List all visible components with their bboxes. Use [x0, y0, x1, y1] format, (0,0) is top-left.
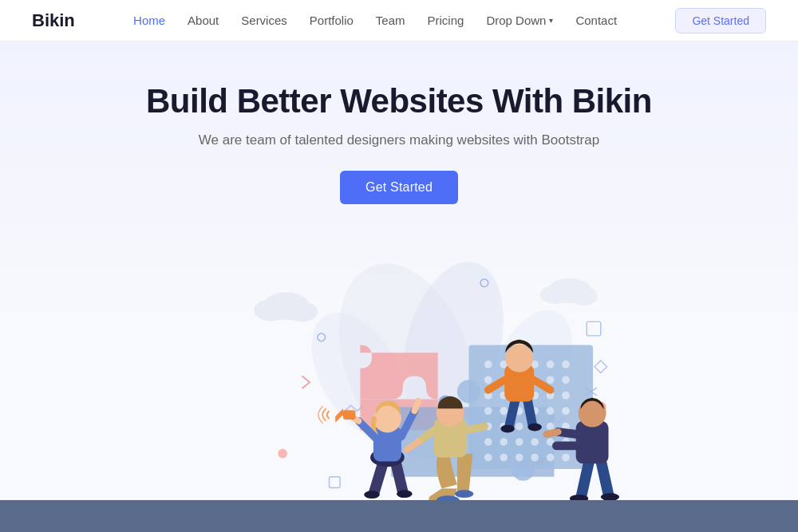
nav-services[interactable]: Services — [241, 14, 287, 27]
svg-line-86 — [527, 398, 532, 425]
svg-point-90 — [505, 345, 533, 372]
svg-point-55 — [516, 438, 523, 446]
svg-rect-97 — [576, 421, 609, 463]
hero-title: Build Better Websites With Bikin — [146, 81, 652, 121]
svg-rect-73 — [343, 410, 356, 420]
svg-point-54 — [500, 438, 508, 446]
nav-portfolio[interactable]: Portfolio — [310, 14, 354, 27]
svg-line-85 — [509, 400, 516, 427]
svg-rect-16 — [330, 477, 341, 488]
svg-point-5 — [254, 299, 288, 321]
svg-point-6 — [286, 301, 318, 321]
svg-point-34 — [562, 376, 570, 384]
svg-point-56 — [531, 438, 539, 446]
hero-cta-button[interactable]: Get Started — [340, 171, 458, 204]
svg-point-9 — [570, 287, 598, 305]
nav-team[interactable]: Team — [376, 14, 405, 27]
svg-point-42 — [500, 407, 508, 415]
svg-point-46 — [562, 407, 570, 415]
illustration-svg — [160, 221, 638, 500]
svg-line-75 — [414, 401, 418, 412]
svg-line-94 — [601, 459, 609, 495]
hero-subtitle: We are team of talented designers making… — [199, 132, 599, 148]
svg-point-28 — [562, 361, 570, 368]
footer-strip — [0, 500, 798, 532]
svg-point-88 — [527, 424, 542, 432]
brand-logo: Bikin — [32, 10, 75, 31]
svg-point-45 — [547, 407, 555, 415]
svg-point-8 — [540, 286, 571, 304]
chevron-down-icon: ▾ — [549, 16, 553, 25]
nav-links: Home About Services Portfolio Team Prici… — [133, 14, 617, 28]
svg-point-79 — [455, 490, 473, 498]
svg-point-59 — [484, 454, 492, 462]
svg-point-22 — [512, 458, 535, 481]
svg-point-63 — [547, 454, 555, 462]
svg-line-100 — [547, 432, 559, 434]
svg-line-84 — [467, 427, 484, 431]
hero-illustration — [0, 212, 798, 500]
svg-point-61 — [516, 454, 523, 462]
hero-section: Build Better Websites With Bikin We are … — [0, 41, 798, 500]
nav-contact[interactable]: Contact — [575, 14, 617, 27]
svg-point-41 — [484, 407, 492, 415]
svg-point-23 — [484, 361, 492, 368]
nav-about[interactable]: About — [188, 14, 219, 27]
svg-point-33 — [547, 376, 555, 384]
svg-point-76 — [364, 491, 379, 499]
nav-dropdown[interactable]: Drop Down ▾ — [486, 14, 553, 27]
svg-point-51 — [547, 423, 555, 431]
svg-point-77 — [397, 490, 412, 498]
svg-point-62 — [531, 454, 539, 462]
svg-point-53 — [484, 438, 492, 446]
svg-point-64 — [562, 454, 570, 462]
svg-point-40 — [562, 392, 570, 400]
svg-point-60 — [500, 454, 508, 462]
svg-marker-17 — [595, 361, 607, 373]
svg-point-13 — [278, 449, 287, 459]
svg-line-93 — [581, 461, 589, 496]
svg-point-21 — [457, 380, 480, 403]
nav-pricing[interactable]: Pricing — [428, 14, 464, 27]
svg-rect-15 — [587, 321, 601, 336]
nav-cta-button[interactable]: Get Started — [675, 8, 766, 33]
svg-point-49 — [516, 423, 523, 431]
svg-point-87 — [500, 425, 515, 433]
svg-point-27 — [547, 361, 555, 368]
nav-home[interactable]: Home — [133, 14, 165, 27]
navbar: Bikin Home About Services Portfolio Team… — [0, 0, 798, 41]
svg-point-29 — [484, 376, 492, 384]
